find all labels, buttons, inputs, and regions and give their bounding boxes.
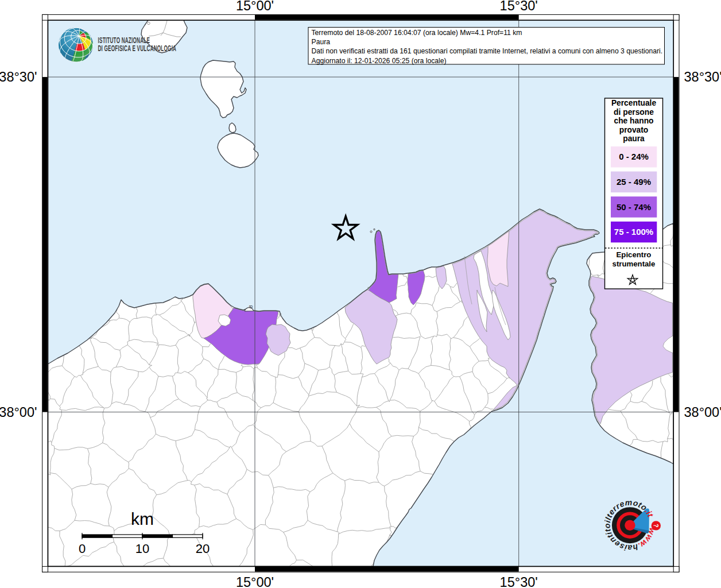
svg-text:15°30': 15°30' [500, 575, 538, 588]
svg-text:che hanno: che hanno [614, 117, 654, 125]
svg-text:paura: paura [623, 134, 645, 143]
svg-text:di persone: di persone [614, 108, 654, 117]
svg-text:38°30': 38°30' [684, 69, 721, 84]
svg-text:DI GEOFISICA E VULCANOLOGIA: DI GEOFISICA E VULCANOLOGIA [98, 44, 177, 53]
svg-text:?: ? [653, 524, 660, 527]
svg-text:0: 0 [79, 541, 86, 556]
svg-text:25 - 49%: 25 - 49% [617, 177, 651, 187]
svg-text:20: 20 [196, 541, 210, 556]
svg-text:km: km [131, 509, 154, 528]
svg-text:15°00': 15°00' [236, 0, 274, 13]
svg-text:Dati non verificati estratti d: Dati non verificati estratti da 161 ques… [312, 47, 663, 55]
svg-text:Percentuale: Percentuale [611, 99, 657, 107]
svg-text:ISTITUTO NAZIONALE: ISTITUTO NAZIONALE [98, 36, 150, 45]
svg-text:Paura: Paura [312, 38, 331, 46]
svg-text:0 - 24%: 0 - 24% [619, 152, 649, 161]
svg-text:50 - 74%: 50 - 74% [617, 202, 651, 212]
svg-text:8: 8 [247, 305, 254, 308]
svg-text:Epicentro: Epicentro [617, 250, 652, 259]
svg-text:38°30': 38°30' [0, 69, 37, 84]
svg-text:15°30': 15°30' [500, 0, 538, 13]
svg-text:38°00': 38°00' [684, 405, 721, 420]
svg-text:provato: provato [619, 126, 649, 134]
svg-text:Aggiornato il: 12-01-2026 05:2: Aggiornato il: 12-01-2026 05:25 (ora loc… [312, 57, 447, 65]
svg-text:strumentale: strumentale [613, 260, 656, 268]
svg-text:75 - 100%: 75 - 100% [614, 227, 653, 237]
svg-text:15°00': 15°00' [236, 575, 274, 588]
svg-text:38°00': 38°00' [0, 405, 37, 420]
svg-text:10: 10 [135, 541, 149, 556]
svg-text:Terremoto del 18-08-2007 16:04: Terremoto del 18-08-2007 16:04:07 (ora l… [312, 29, 522, 37]
